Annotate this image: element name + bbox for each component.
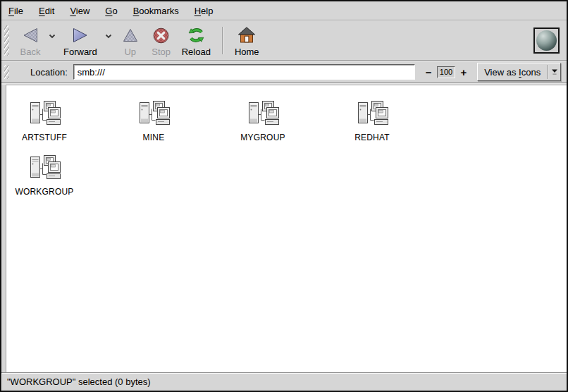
stop-button[interactable]: Stop xyxy=(146,23,177,59)
zoom-level[interactable]: 100 xyxy=(437,66,456,78)
status-text: "WORKGROUP" selected (0 bytes) xyxy=(7,376,151,387)
location-bar-grip[interactable] xyxy=(4,65,9,79)
menu-file[interactable]: File xyxy=(8,3,23,19)
zoom-out-button[interactable]: − xyxy=(424,67,434,78)
menu-help[interactable]: Help xyxy=(195,3,214,19)
icon-item-label: MYGROUP xyxy=(238,133,288,142)
toolbar-separator xyxy=(222,27,223,54)
reload-icon xyxy=(187,25,206,45)
back-arrow-icon xyxy=(21,25,39,45)
stop-icon xyxy=(152,25,170,45)
forward-button[interactable]: Forward xyxy=(58,23,102,59)
icon-grid: ARTSTUFF xyxy=(7,99,447,197)
network-share-icon xyxy=(238,99,288,128)
icon-item-workgroup[interactable]: WORKGROUP xyxy=(7,154,116,197)
location-input[interactable] xyxy=(73,64,415,80)
icon-item-label: MINE xyxy=(129,133,178,142)
icon-item-label: ARTSTUFF xyxy=(20,133,69,142)
dropdown-indicator-icon xyxy=(548,68,560,75)
view-as-label: View as Icons xyxy=(478,67,547,78)
content-area[interactable]: ARTSTUFF xyxy=(6,85,567,372)
globe-icon xyxy=(536,30,557,51)
icon-item-label: WORKGROUP xyxy=(20,187,69,197)
throbber xyxy=(533,27,560,54)
forward-history-dropdown[interactable] xyxy=(103,34,114,39)
status-bar: "WORKGROUP" selected (0 bytes) xyxy=(1,372,567,391)
zoom-in-button[interactable]: + xyxy=(458,67,469,78)
icon-item-mine[interactable]: MINE xyxy=(116,99,226,142)
network-share-icon xyxy=(129,99,178,128)
back-button[interactable]: Back xyxy=(15,23,46,59)
content-frame: ARTSTUFF xyxy=(1,83,567,372)
back-history-dropdown[interactable] xyxy=(47,34,58,39)
network-share-icon xyxy=(347,99,397,128)
menu-go[interactable]: Go xyxy=(105,3,117,19)
icon-item-mygroup[interactable]: MYGROUP xyxy=(226,99,335,142)
toolbar-grip[interactable] xyxy=(4,25,9,56)
home-button[interactable]: Home xyxy=(230,23,264,59)
view-as-dropdown[interactable]: View as Icons xyxy=(477,63,561,81)
network-share-icon xyxy=(20,99,69,128)
toolbar-spacer xyxy=(264,23,533,59)
home-icon xyxy=(237,25,256,45)
menu-view[interactable]: View xyxy=(70,3,89,19)
location-bar: Location: − 100 + View as Icons xyxy=(1,61,567,83)
file-manager-window: File Edit View Go Bookmarks Help Back Fo… xyxy=(0,0,568,392)
chevron-down-icon xyxy=(49,34,56,39)
forward-arrow-icon xyxy=(71,25,89,45)
location-label: Location: xyxy=(30,67,68,78)
icon-item-redhat[interactable]: REDHAT xyxy=(335,99,444,142)
toolbar: Back Forward Up xyxy=(1,20,567,61)
network-share-icon xyxy=(20,154,69,182)
chevron-down-icon xyxy=(105,34,112,39)
reload-button[interactable]: Reload xyxy=(177,23,216,59)
menubar: File Edit View Go Bookmarks Help xyxy=(1,1,567,20)
up-arrow-icon xyxy=(122,25,139,45)
menu-bookmarks[interactable]: Bookmarks xyxy=(133,3,179,19)
up-button[interactable]: Up xyxy=(115,23,146,59)
menu-edit[interactable]: Edit xyxy=(39,3,54,19)
icon-item-label: REDHAT xyxy=(347,133,397,142)
icon-item-artstuff[interactable]: ARTSTUFF xyxy=(7,99,116,142)
